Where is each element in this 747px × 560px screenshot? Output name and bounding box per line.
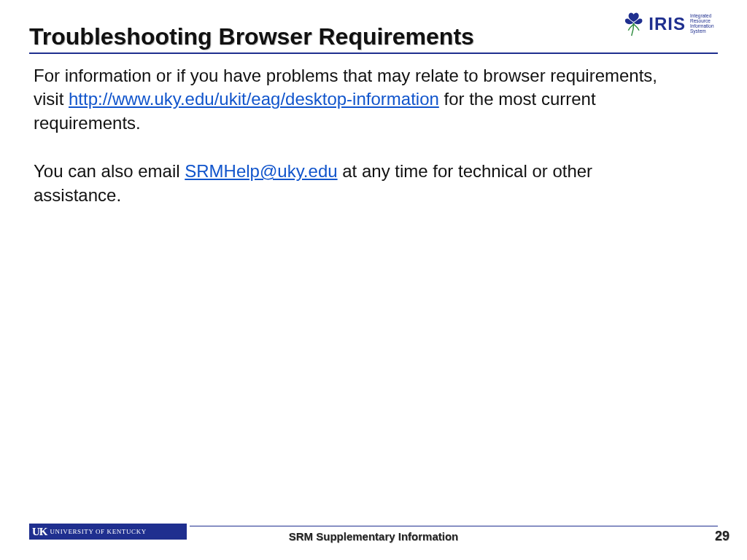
p2-text-a: You can also email <box>34 161 185 181</box>
iris-sub-1: Integrated Resource <box>690 14 725 24</box>
iris-sub-2: Information System <box>690 24 725 34</box>
iris-logo-text-wrap: IRIS <box>649 14 686 34</box>
iris-logo: IRIS Integrated Resource Information Sys… <box>623 7 725 41</box>
page-number: 29 <box>715 529 729 544</box>
iris-logo-subtitle: Integrated Resource Information System <box>690 14 725 34</box>
slide: Troubleshooting Browser Requirements IRI… <box>0 0 747 560</box>
paragraph-1: For information or if you have problems … <box>34 64 676 135</box>
iris-flower-icon <box>623 9 644 39</box>
paragraph-2: You can also email SRMHelp@uky.edu at an… <box>34 160 676 207</box>
body-text: For information or if you have problems … <box>34 64 676 232</box>
srm-help-email-link[interactable]: SRMHelp@uky.edu <box>185 161 337 181</box>
page-title: Troubleshooting Browser Requirements <box>29 23 474 50</box>
desktop-info-link[interactable]: http://www.uky.edu/ukit/eag/desktop-info… <box>69 89 439 109</box>
title-underline <box>29 52 718 54</box>
footer-rule <box>190 526 718 526</box>
footer-center-text: SRM Supplementary Information <box>0 530 747 542</box>
iris-logo-text: IRIS <box>649 14 686 34</box>
